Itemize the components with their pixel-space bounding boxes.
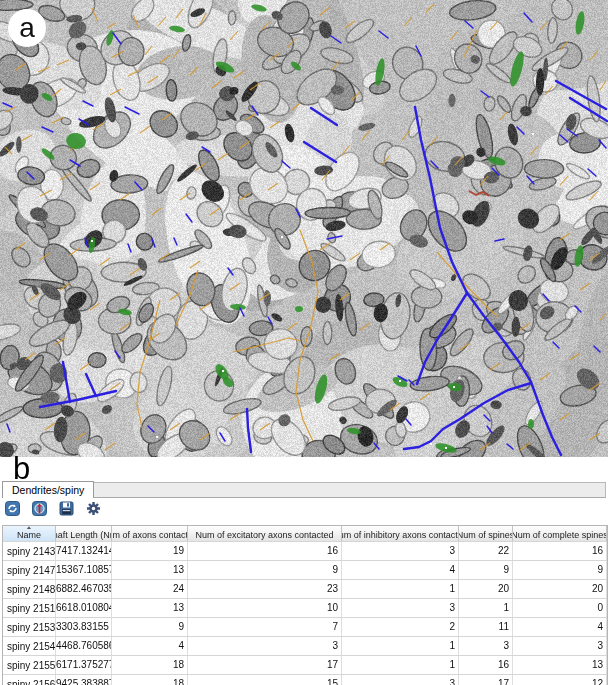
bouton-marker — [65, 131, 87, 150]
column-header-label: Name — [17, 530, 41, 540]
table-row[interactable]: spiny 21556171.375277181711613 — [3, 655, 607, 674]
spine-dot-marker — [399, 380, 401, 382]
axon-trace — [520, 443, 530, 450]
synapse-marker — [495, 239, 504, 241]
synapse-marker — [484, 415, 490, 421]
axon-trace — [16, 63, 26, 70]
dendrite-name: spiny 2151 — [7, 600, 55, 617]
table-row[interactable]: spiny 21486882.467035242312020 — [3, 579, 607, 598]
cell-name[interactable]: spiny 2151 — [3, 599, 56, 617]
axon-trace — [38, 67, 50, 72]
axon-trace — [158, 17, 166, 26]
axon-trace — [450, 31, 458, 40]
dendrite-trace — [63, 362, 70, 402]
axon-trace — [190, 261, 200, 268]
synapse-marker — [115, 351, 120, 358]
save-button[interactable] — [59, 501, 74, 516]
synapse-marker — [296, 209, 300, 217]
tab-dendrites-spiny[interactable]: Dendrites/spiny — [2, 481, 94, 498]
cell-num_complete_spines: 4 — [513, 618, 607, 636]
cell-num_axons: 13 — [112, 599, 188, 617]
cell-num_axons: 18 — [112, 656, 188, 674]
axon-trace — [590, 191, 598, 200]
dendrite-trace — [304, 142, 336, 162]
dendrite-trace — [86, 374, 96, 396]
cell-name[interactable]: spiny 2148 — [3, 580, 56, 598]
cell-num_axons: 18 — [112, 675, 188, 685]
dendrite-name: spiny 2155 — [7, 657, 55, 674]
cell-name[interactable]: spiny 2156 — [3, 675, 56, 685]
synapse-marker — [553, 342, 559, 348]
axon-trace — [260, 293, 270, 300]
column-header-label: Shaft Length (Nm) — [56, 530, 112, 540]
axon-trace — [160, 253, 170, 260]
table-row[interactable]: spiny 21569425.383887181531712 — [3, 674, 607, 685]
update-button[interactable] — [32, 501, 47, 516]
axon-trace — [100, 258, 110, 265]
refresh-button[interactable] — [5, 501, 20, 516]
axon-trace — [170, 293, 180, 300]
cell-name[interactable]: spiny 2154 — [3, 637, 56, 655]
table-row[interactable]: spiny 21533303.83155972114 — [3, 617, 607, 636]
axon-trace — [5, 147, 12, 154]
synapse-marker — [220, 433, 225, 441]
column-header-shaft_length_nm[interactable]: Shaft Length (Nm) — [56, 526, 112, 541]
synapse-marker — [527, 176, 534, 184]
dendrite-table: Name▲Shaft Length (Nm)Num of axons conta… — [2, 525, 608, 685]
axon-trace-long — [437, 252, 497, 316]
cell-num_spines: 16 — [459, 656, 513, 674]
axon-trace — [580, 283, 590, 290]
gear-icon — [86, 501, 101, 516]
cell-num_axons: 4 — [112, 637, 188, 655]
cell-shaft_length_nm: 15367.10857 — [56, 561, 112, 579]
axon-trace — [210, 208, 220, 215]
synapse-marker — [517, 127, 524, 134]
panel-a-label: a — [8, 9, 46, 47]
synapse-marker — [599, 140, 606, 148]
column-header-num_spines[interactable]: Num of spines — [459, 526, 513, 541]
spine-dot-marker — [91, 240, 93, 242]
axon-trace — [590, 383, 600, 390]
table-row[interactable]: spiny 21437417.132414191632216 — [3, 541, 607, 560]
cell-name[interactable]: spiny 2147 — [3, 561, 56, 579]
cell-name[interactable]: spiny 2153 — [3, 618, 56, 636]
bouton-marker — [40, 91, 53, 102]
synapse-marker — [327, 236, 342, 239]
axon-trace — [600, 81, 606, 90]
axon-trace — [362, 130, 370, 140]
cell-num_axons: 24 — [112, 580, 188, 598]
axon-trace — [200, 13, 206, 25]
table-row[interactable]: spiny 214715367.10857139499 — [3, 560, 607, 579]
axon-trace — [240, 193, 250, 200]
axon-trace — [520, 323, 530, 330]
table-row[interactable]: spiny 21516618.0108041310310 — [3, 598, 607, 617]
column-header-num_complete_spines[interactable]: Num of complete spines — [513, 526, 607, 541]
column-header-num_inhibitory[interactable]: Num of inhibitory axons contacted — [342, 526, 459, 541]
spine-dot-marker — [222, 370, 224, 372]
cell-name[interactable]: spiny 2143 — [3, 542, 56, 560]
axon-trace — [133, 15, 139, 28]
axon-trace — [21, 135, 32, 141]
table-row[interactable]: spiny 21544468.76058643133 — [3, 636, 607, 655]
axon-trace — [60, 283, 70, 290]
cell-num_inhibitory: 1 — [342, 580, 459, 598]
bouton-marker — [508, 50, 527, 87]
axon-trace — [570, 353, 580, 360]
dendrite-trace — [247, 409, 251, 452]
axon-trace — [262, 21, 270, 30]
axon-trace — [420, 393, 430, 400]
column-header-num_axons[interactable]: Num of axons contacted — [112, 526, 188, 541]
sort-ascending-icon: ▲ — [26, 526, 33, 530]
red-trace — [469, 191, 489, 196]
bouton-marker — [118, 308, 133, 316]
synapse-marker — [152, 239, 155, 247]
dendrite-trace — [415, 107, 561, 455]
column-header-name[interactable]: Name▲ — [3, 526, 56, 541]
settings-button[interactable] — [86, 501, 101, 516]
axon-trace — [560, 413, 570, 420]
synapse-marker — [409, 380, 414, 385]
cell-name[interactable]: spiny 2155 — [3, 656, 56, 674]
synapse-marker — [331, 36, 341, 43]
column-header-num_excitatory[interactable]: Num of excitatory axons contacted — [188, 526, 342, 541]
synapse-marker — [416, 46, 421, 56]
